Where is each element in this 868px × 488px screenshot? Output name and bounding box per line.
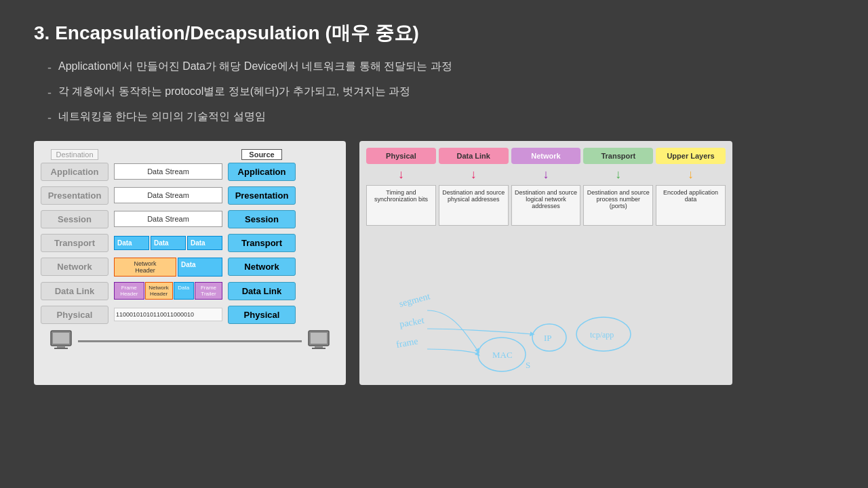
pdu-desc-upper: Encoded application data [656, 185, 726, 226]
pdu-desc-transport: Destination and source process number (p… [583, 185, 653, 226]
transport-data-row: Data Data Data [114, 236, 222, 250]
src-network: Network [228, 258, 296, 276]
frame-data-box: Data [174, 282, 195, 300]
diagrams-row: Destination Source Application Data Stre… [34, 141, 834, 385]
pdu-desc-network: Destination and source logical network a… [511, 185, 581, 226]
svg-rect-3 [54, 348, 68, 349]
network-header-box: NetworkHeader [114, 258, 176, 277]
dest-computer-icon [47, 329, 75, 353]
pdu-desc-datalink: Destination and source physical addresse… [439, 185, 509, 226]
pdu-transport-header: Transport [583, 148, 653, 164]
pdu-desc-physical: Timing and synchronization bits [366, 185, 436, 226]
svg-text:segment: segment [398, 291, 431, 309]
dest-physical: Physical [41, 306, 108, 324]
dash-3: - [47, 110, 52, 127]
slide-title: 3. Encapsulation/Decapsulation (매우 중요) [34, 20, 834, 46]
bits-display: 11000101010110011000010 [114, 308, 222, 321]
pdu-network-header: Network [511, 148, 581, 164]
pdu-datalink-header: Data Link [439, 148, 509, 164]
frame-header-box: FrameHeader [114, 282, 144, 300]
svg-text:IP: IP [544, 333, 552, 343]
data-box-2: Data [151, 236, 186, 250]
src-transport: Transport [228, 234, 296, 252]
src-session: Session [228, 210, 296, 228]
bullet-text-2: 각 계층에서 동작하는 protocol별로 정보(헤더)가 추가되고, 벗겨지… [58, 85, 410, 99]
arrow-network: ↓ [511, 167, 581, 182]
bullet-1: - Application에서 만들어진 Data가 해당 Device에서 네… [47, 60, 834, 77]
slide-container: 3. Encapsulation/Decapsulation (매우 중요) -… [0, 0, 868, 488]
arrow-physical: ↓ [366, 167, 436, 182]
dest-presentation: Presentation [41, 186, 108, 205]
svg-point-13 [532, 324, 566, 351]
arrow-upper: ↓ [656, 167, 726, 182]
svg-text:MAC: MAC [492, 350, 513, 360]
dest-application: Application [41, 163, 108, 181]
pdu-upper-header: Upper Layers [656, 148, 726, 164]
svg-text:S: S [526, 360, 530, 370]
svg-point-11 [478, 338, 526, 371]
network-data-box: Data [178, 258, 222, 277]
src-header-label: Source [241, 149, 281, 160]
src-computer-icon [305, 329, 332, 353]
dest-transport: Transport [41, 234, 108, 252]
src-datalink: Data Link [228, 282, 296, 300]
svg-rect-1 [53, 333, 69, 344]
left-diagram: Destination Source Application Data Stre… [34, 141, 346, 385]
arrow-datalink: ↓ [439, 167, 509, 182]
frame-nh-box: NetworkHeader [145, 282, 173, 300]
svg-rect-2 [57, 346, 65, 348]
data-stream-pres: Data Stream [114, 187, 222, 203]
dash-1: - [47, 60, 52, 77]
bullets-list: - Application에서 만들어진 Data가 해당 Device에서 네… [47, 60, 834, 127]
right-diagram: Physical Data Link Network Transport Upp… [359, 141, 732, 385]
dash-2: - [47, 85, 52, 102]
data-box-3: Data [187, 236, 222, 250]
pdu-headers-row: Physical Data Link Network Transport Upp… [366, 148, 726, 164]
bullet-text-1: Application에서 만들어진 Data가 해당 Device에서 네트워… [58, 60, 452, 74]
computer-row [41, 329, 339, 353]
network-cable [78, 340, 302, 342]
svg-rect-6 [315, 346, 323, 348]
bullet-3: - 네트워킹을 한다는 의미의 기술적인 설명임 [47, 110, 834, 127]
src-presentation: Presentation [228, 186, 296, 205]
bullet-text-3: 네트워킹을 한다는 의미의 기술적인 설명임 [58, 110, 266, 124]
svg-rect-5 [311, 333, 327, 344]
src-application: Application [228, 163, 296, 181]
handwritten-svg: segment packet frame MAC IP tcp/app [359, 273, 732, 382]
arrow-transport: ↓ [583, 167, 653, 182]
pdu-physical-header: Physical [366, 148, 436, 164]
dest-header-label: Destination [51, 149, 98, 160]
datalink-row: FrameHeader NetworkHeader Data FrameTrai… [114, 282, 222, 300]
svg-point-15 [576, 317, 631, 351]
svg-rect-7 [312, 348, 326, 349]
dest-session: Session [41, 210, 108, 228]
bullet-2: - 각 계층에서 동작하는 protocol별로 정보(헤더)가 추가되고, 벗… [47, 85, 834, 102]
data-stream-app: Data Stream [114, 163, 222, 180]
pdu-desc-row: Timing and synchronization bits Destinat… [366, 185, 726, 226]
svg-text:tcp/app: tcp/app [590, 330, 614, 340]
data-stream-sess: Data Stream [114, 211, 222, 227]
svg-text:packet: packet [399, 314, 425, 329]
arrows-row: ↓ ↓ ↓ ↓ ↓ [366, 167, 726, 182]
network-data-row: NetworkHeader Data [114, 258, 222, 277]
dest-network: Network [41, 258, 108, 276]
dest-datalink: Data Link [41, 282, 108, 300]
frame-trailer-box: FrameTrailer [195, 282, 222, 300]
src-physical: Physical [228, 306, 296, 324]
svg-text:frame: frame [395, 336, 419, 349]
data-box-1: Data [114, 236, 149, 250]
